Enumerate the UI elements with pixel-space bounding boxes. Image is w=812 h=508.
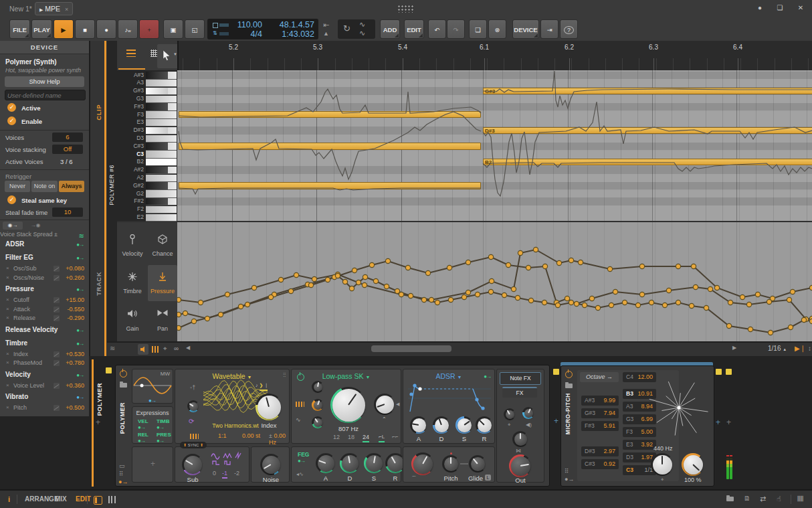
out-knob[interactable] bbox=[509, 454, 532, 477]
remove-icon[interactable]: × bbox=[6, 351, 9, 357]
device-handle[interactable] bbox=[106, 367, 112, 373]
pressure-point[interactable] bbox=[325, 277, 330, 282]
unison-detune-knob[interactable] bbox=[187, 400, 199, 412]
osc-semitones[interactable]: 0.00 st bbox=[242, 432, 260, 439]
mod-route-icon[interactable]: ●→ bbox=[76, 394, 84, 400]
tempo-value[interactable]: 110.00 bbox=[231, 20, 262, 29]
restore-icon[interactable]: ❏ bbox=[775, 3, 785, 13]
phase-mode-icon[interactable]: ⟳ bbox=[189, 418, 194, 425]
view-mix-button[interactable]: MIX bbox=[55, 495, 67, 503]
expression-lane-pressure-button[interactable]: Pressure bbox=[148, 265, 177, 301]
mod-curve-icon[interactable] bbox=[54, 275, 60, 281]
fill-button[interactable]: + bbox=[139, 19, 159, 39]
device-power-icon[interactable] bbox=[565, 371, 573, 378]
pressure-point[interactable] bbox=[362, 282, 367, 287]
mod-target-row[interactable]: ×Release-0.290 bbox=[0, 314, 89, 323]
pressure-point[interactable] bbox=[556, 260, 561, 265]
pressure-point[interactable] bbox=[363, 274, 367, 279]
mod-curve-icon[interactable] bbox=[54, 315, 60, 321]
active-checkbox[interactable]: ✓ bbox=[7, 103, 16, 112]
mod-route-icon[interactable]: ●→ bbox=[76, 372, 84, 378]
clip-launcher-button[interactable]: ◱ bbox=[185, 19, 205, 39]
add-device-button[interactable]: + bbox=[716, 418, 720, 427]
insert-button[interactable]: ⇥ bbox=[540, 19, 559, 39]
pressure-point[interactable] bbox=[177, 325, 181, 330]
pan-knob[interactable] bbox=[512, 431, 528, 447]
modwheel-curve[interactable] bbox=[132, 373, 173, 398]
piano-key[interactable] bbox=[146, 72, 177, 80]
pressure-point[interactable] bbox=[177, 312, 181, 317]
pressure-point[interactable] bbox=[408, 293, 413, 298]
mod-amount-value[interactable]: +0.530 bbox=[66, 351, 84, 357]
pressure-point[interactable] bbox=[676, 264, 680, 268]
sub-octave-minus2[interactable]: -2 bbox=[234, 470, 239, 477]
keyboard-tracking-icon[interactable] bbox=[190, 434, 199, 439]
filter-shape-a-icon[interactable]: ⌐L bbox=[379, 434, 385, 442]
mix-knob[interactable] bbox=[682, 453, 704, 476]
retrigger-noteon-button[interactable]: Note on bbox=[31, 181, 58, 192]
pressure-point[interactable] bbox=[666, 288, 671, 292]
pressure-point[interactable] bbox=[639, 292, 644, 297]
pressure-point[interactable] bbox=[462, 294, 466, 299]
note-editor-mode-icon[interactable] bbox=[126, 50, 136, 57]
piano-key[interactable] bbox=[146, 135, 177, 143]
stop-button[interactable]: ■ bbox=[75, 19, 95, 39]
note-C#3[interactable] bbox=[179, 143, 481, 150]
pressure-point[interactable] bbox=[704, 305, 708, 310]
mod-source-row[interactable]: Filter EG●→ bbox=[0, 252, 89, 264]
piano-key[interactable] bbox=[146, 159, 177, 167]
velocity-depth-knob[interactable] bbox=[504, 408, 516, 420]
pressure-point[interactable] bbox=[528, 298, 533, 303]
pressure-point[interactable] bbox=[278, 277, 283, 282]
pressure-point[interactable] bbox=[421, 297, 426, 302]
info-icon[interactable]: i bbox=[8, 495, 10, 503]
pressure-point[interactable] bbox=[787, 297, 791, 302]
pressure-point[interactable] bbox=[689, 303, 694, 308]
fade-out-icon[interactable]: ∿ bbox=[359, 29, 365, 37]
pointer-tool-button[interactable]: ▼ bbox=[157, 44, 179, 68]
noise-knob[interactable] bbox=[260, 454, 282, 475]
pressure-point[interactable] bbox=[447, 265, 451, 270]
remove-icon[interactable]: × bbox=[6, 265, 9, 271]
mod-source-row[interactable]: Timbre●→ bbox=[0, 337, 89, 350]
redo-button[interactable]: ↷ bbox=[447, 19, 465, 39]
pressure-point[interactable] bbox=[395, 288, 399, 293]
pressure-point[interactable] bbox=[511, 286, 516, 291]
pressure-point[interactable] bbox=[251, 285, 256, 290]
pressure-point[interactable] bbox=[435, 300, 439, 305]
sub-knob[interactable] bbox=[182, 454, 203, 475]
pressure-point[interactable] bbox=[352, 268, 357, 272]
remove-icon[interactable]: × bbox=[6, 274, 9, 280]
mod-source-row[interactable]: Release Velocity●→ bbox=[0, 324, 89, 337]
pressure-point[interactable] bbox=[294, 272, 298, 277]
undo-button[interactable]: ↶ bbox=[428, 19, 446, 39]
mod-curve-icon[interactable] bbox=[54, 383, 60, 389]
time-signature-value[interactable]: 4/4 bbox=[231, 29, 262, 39]
mod-curve-icon[interactable] bbox=[54, 351, 60, 357]
piano-key[interactable] bbox=[146, 127, 177, 135]
filter-resonance-knob[interactable] bbox=[374, 394, 395, 415]
wavetable-list-icon[interactable]: ⫶⫶ bbox=[283, 372, 286, 379]
piano-key[interactable] bbox=[146, 151, 177, 159]
device-handle[interactable] bbox=[726, 369, 732, 375]
modulators-icon[interactable]: ●→ bbox=[565, 476, 574, 483]
overdub-button[interactable]: ♪w bbox=[118, 19, 138, 39]
pressure-point[interactable] bbox=[356, 280, 361, 284]
pressure-point[interactable] bbox=[515, 295, 520, 300]
audition-chip[interactable] bbox=[138, 344, 148, 355]
piano-key[interactable] bbox=[146, 206, 177, 214]
pressure-point[interactable] bbox=[542, 300, 546, 305]
sub-waveform-icons[interactable] bbox=[210, 451, 242, 467]
pressure-point[interactable] bbox=[755, 292, 760, 297]
rel-tag[interactable]: REL bbox=[138, 432, 148, 438]
pressure-point[interactable] bbox=[635, 303, 640, 307]
mod-curve-icon[interactable] bbox=[54, 307, 60, 313]
virtual-keyboard-icon[interactable]: ⫴⫴ bbox=[797, 495, 803, 503]
device-handle[interactable] bbox=[716, 369, 722, 375]
horizontal-scrollbar[interactable] bbox=[371, 345, 451, 352]
modulators-icon[interactable]: ●→ bbox=[118, 479, 128, 485]
pressure-point[interactable] bbox=[198, 300, 203, 305]
piano-key[interactable] bbox=[146, 96, 177, 104]
mod-route-icon[interactable]: ●→ bbox=[148, 398, 156, 404]
sub-octave-minus1[interactable]: -1 bbox=[222, 470, 227, 479]
